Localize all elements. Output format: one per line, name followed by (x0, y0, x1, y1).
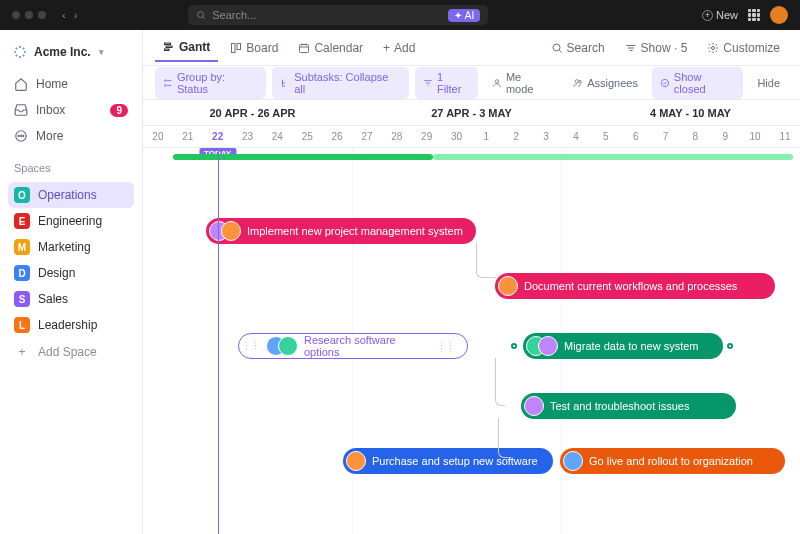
day-cell: 11 (770, 126, 800, 147)
day-cell: 8 (680, 126, 710, 147)
svg-point-2 (18, 135, 19, 136)
search-button[interactable]: Search (543, 35, 613, 61)
add-space-button[interactable]: + Add Space (8, 340, 134, 364)
svg-rect-7 (165, 49, 170, 51)
svg-point-4 (23, 135, 24, 136)
space-label: Design (38, 266, 75, 280)
forward-arrow-icon[interactable]: › (74, 9, 78, 21)
filter-pill[interactable]: 1 Filter (415, 67, 478, 99)
check-icon (660, 78, 670, 88)
new-button[interactable]: +New (702, 9, 738, 21)
show-icon (625, 42, 637, 54)
task-avatars (524, 396, 544, 416)
svg-point-13 (165, 79, 167, 81)
dependency-dot[interactable] (511, 343, 517, 349)
avatar (498, 276, 518, 296)
hide-button[interactable]: Hide (749, 73, 788, 93)
sidebar-item-more[interactable]: More (8, 124, 134, 148)
tab-calendar[interactable]: Calendar (290, 35, 371, 61)
drag-handle-icon[interactable]: ⋮⋮ (437, 341, 455, 351)
space-color-square: S (14, 291, 30, 307)
customize-button[interactable]: Customize (699, 35, 788, 61)
tab-board[interactable]: Board (222, 35, 286, 61)
day-cell: 3 (531, 126, 561, 147)
gantt-task[interactable]: Document current workflows and processes (495, 273, 775, 299)
global-search-input[interactable]: Search... ✦ AI (188, 5, 488, 25)
gantt-task[interactable]: ⋮⋮Research software options⋮⋮ (238, 333, 468, 359)
ai-badge[interactable]: ✦ AI (448, 9, 480, 22)
apps-grid-icon[interactable] (748, 9, 760, 21)
gantt-task[interactable]: Go live and rollout to organization (560, 448, 785, 474)
space-label: Engineering (38, 214, 102, 228)
day-cell: 23 (233, 126, 263, 147)
settings-icon (707, 42, 719, 54)
search-icon (196, 10, 206, 20)
sidebar-item-home[interactable]: Home (8, 72, 134, 96)
search-icon (551, 42, 563, 54)
sidebar-item-inbox[interactable]: Inbox 9 (8, 98, 134, 122)
person-icon (492, 78, 502, 88)
people-icon (573, 78, 583, 88)
day-cell: 26 (322, 126, 352, 147)
group-by-pill[interactable]: Group by: Status (155, 67, 266, 99)
task-label: Document current workflows and processes (524, 280, 737, 292)
show-closed-pill[interactable]: Show closed (652, 67, 743, 99)
space-label: Sales (38, 292, 68, 306)
svg-rect-5 (165, 43, 171, 45)
avatar (563, 451, 583, 471)
traffic-lights[interactable] (12, 11, 46, 19)
inbox-icon (14, 103, 28, 117)
filter-icon (423, 78, 433, 88)
spaces-header: Spaces (8, 150, 134, 180)
dependency-dot[interactable] (727, 343, 733, 349)
user-avatar[interactable] (770, 6, 788, 24)
task-avatars (346, 451, 366, 471)
week-header: 20 APR - 26 APR (143, 100, 362, 125)
task-label: Purchase and setup new software (372, 455, 538, 467)
task-avatars (563, 451, 583, 471)
assignees-pill[interactable]: Assignees (565, 73, 646, 93)
avatar (524, 396, 544, 416)
gantt-task[interactable]: Purchase and setup new software (343, 448, 553, 474)
space-color-square: O (14, 187, 30, 203)
drag-handle-icon[interactable]: ⋮⋮ (242, 341, 260, 351)
avatar (346, 451, 366, 471)
more-icon (14, 129, 28, 143)
dependency-connector (476, 243, 496, 278)
sidebar-space-operations[interactable]: OOperations (8, 182, 134, 208)
day-cell: 2 (501, 126, 531, 147)
subtask-icon (280, 78, 290, 88)
calendar-icon (298, 42, 310, 54)
workspace-selector[interactable]: Acme Inc. ▾ (8, 40, 134, 70)
gantt-task[interactable]: Migrate data to new system (523, 333, 723, 359)
me-mode-pill[interactable]: Me mode (484, 67, 559, 99)
task-avatars (498, 276, 518, 296)
gantt-chart[interactable]: Implement new project management systemD… (143, 148, 800, 534)
sidebar-space-leadership[interactable]: LLeadership (8, 312, 134, 338)
gantt-task[interactable]: Test and troubleshoot issues (521, 393, 736, 419)
show-button[interactable]: Show · 5 (617, 35, 696, 61)
svg-point-16 (575, 79, 578, 82)
add-view-button[interactable]: +Add (375, 35, 423, 61)
sidebar-space-sales[interactable]: SSales (8, 286, 134, 312)
sidebar-space-marketing[interactable]: MMarketing (8, 234, 134, 260)
back-arrow-icon[interactable]: ‹ (62, 9, 66, 21)
gantt-task[interactable]: Implement new project management system (206, 218, 476, 244)
svg-rect-8 (232, 43, 236, 52)
svg-point-3 (20, 135, 21, 136)
task-avatars (209, 221, 241, 241)
day-cell: 1 (471, 126, 501, 147)
tab-gantt[interactable]: Gantt (155, 34, 218, 62)
day-cell: 21 (173, 126, 203, 147)
group-icon (163, 78, 173, 88)
sidebar-space-engineering[interactable]: EEngineering (8, 208, 134, 234)
sidebar-space-design[interactable]: DDesign (8, 260, 134, 286)
subtasks-pill[interactable]: Subtasks: Collapse all (272, 67, 409, 99)
task-label: Migrate data to new system (564, 340, 699, 352)
day-cell: 28 (382, 126, 412, 147)
space-label: Marketing (38, 240, 91, 254)
task-label: Test and troubleshoot issues (550, 400, 689, 412)
week-header: 27 APR - 3 MAY (362, 100, 581, 125)
week-header: 4 MAY - 10 MAY (581, 100, 800, 125)
board-icon (230, 42, 242, 54)
